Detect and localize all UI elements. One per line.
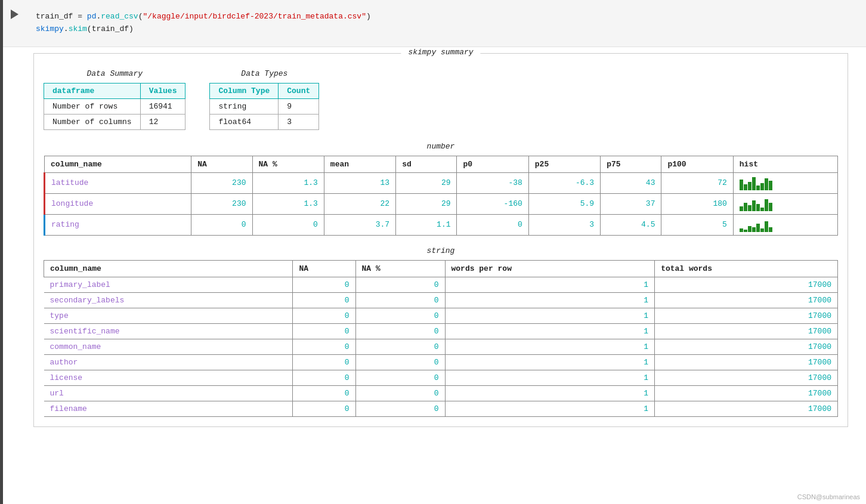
- run-button[interactable]: [0, 7, 29, 19]
- ds-header-col1: dataframe: [44, 83, 141, 98]
- dt-header-col1: Column Type: [210, 83, 279, 98]
- num-cell: 5: [661, 214, 733, 235]
- str-na: 0: [293, 401, 355, 416]
- code-pd: pd: [87, 12, 97, 21]
- dt-row2-col1: float64: [210, 114, 279, 129]
- string-section-title: string: [44, 246, 838, 255]
- str-na: 0: [293, 354, 355, 370]
- string-table: column_name NA NA % words per row total …: [44, 260, 838, 417]
- str-wpr: 1: [445, 292, 655, 308]
- str-th-colname: column_name: [44, 260, 293, 277]
- num-cell: 13: [324, 172, 395, 193]
- data-types-table: Column Type Count string 9 float64: [209, 83, 319, 130]
- hist-bar: [760, 208, 764, 211]
- num-cell: -38: [457, 172, 528, 193]
- hist-bar: [760, 183, 764, 190]
- str-wpr: 1: [445, 339, 655, 354]
- table-row: scientific_name00117000: [44, 323, 838, 339]
- str-th-na: NA: [293, 260, 355, 277]
- str-na-pct: 0: [355, 323, 445, 339]
- num-cell: 0: [252, 214, 324, 235]
- table-row: author00117000: [44, 354, 838, 370]
- num-cell: 0: [191, 214, 252, 235]
- num-cell: 72: [661, 172, 733, 193]
- str-tw: 17000: [655, 323, 838, 339]
- str-na-pct: 0: [355, 292, 445, 308]
- num-th-mean: mean: [324, 156, 395, 172]
- num-th-colname: column_name: [45, 156, 191, 172]
- number-section-title: number: [44, 142, 838, 151]
- num-col-name: rating: [45, 214, 191, 235]
- num-th-p25: p25: [528, 156, 600, 172]
- table-row: longitude2301.32229-1605.937180: [45, 193, 838, 214]
- str-na: 0: [293, 370, 355, 385]
- str-na: 0: [293, 292, 355, 308]
- str-tw: 17000: [655, 354, 838, 370]
- str-tw: 17000: [655, 292, 838, 308]
- str-th-napct: NA %: [355, 260, 445, 277]
- str-na-pct: 0: [355, 370, 445, 385]
- table-row: float64 3: [210, 114, 319, 129]
- num-cell: -6.3: [528, 172, 600, 193]
- dt-row1-col2: 9: [279, 98, 319, 114]
- str-wpr: 1: [445, 385, 655, 401]
- str-wpr: 1: [445, 308, 655, 323]
- table-row: Number of columns 12: [44, 114, 185, 129]
- left-border: [0, 0, 3, 504]
- str-na-pct: 0: [355, 401, 445, 416]
- num-cell: 230: [191, 193, 252, 214]
- skimpy-box: skimpy summary Data Summary dataframe Va…: [33, 53, 848, 427]
- hist-bar: [744, 184, 747, 190]
- run-icon[interactable]: [11, 10, 18, 19]
- str-na-pct: 0: [355, 385, 445, 401]
- num-th-p100: p100: [661, 156, 733, 172]
- data-summary-table: dataframe Values Number of rows 16941 Nu…: [44, 83, 185, 130]
- table-row: string 9: [210, 98, 319, 114]
- num-cell: 4.5: [601, 214, 661, 235]
- num-th-sd: sd: [396, 156, 457, 172]
- hist-bar: [752, 177, 756, 190]
- num-cell: 1.1: [396, 214, 457, 235]
- num-th-hist: hist: [733, 156, 837, 172]
- num-cell: 43: [601, 172, 661, 193]
- data-summary-title: Data Summary: [44, 69, 185, 78]
- num-cell: 0: [457, 214, 528, 235]
- data-types-title: Data Types: [209, 69, 319, 78]
- str-na-pct: 0: [355, 308, 445, 323]
- table-row: rating003.71.1034.55: [45, 214, 838, 235]
- hist-bar: [756, 185, 760, 190]
- number-table: column_name NA NA % mean sd p0 p25 p75 p…: [44, 156, 838, 236]
- num-cell: -160: [457, 193, 528, 214]
- num-cell: 37: [601, 193, 661, 214]
- hist-bar: [769, 181, 772, 190]
- code-skimpy: skimpy: [36, 24, 64, 33]
- table-row: secondary_labels00117000: [44, 292, 838, 308]
- str-na: 0: [293, 308, 355, 323]
- str-th-tw: total words: [655, 260, 838, 277]
- table-row: primary_label00117000: [44, 277, 838, 292]
- str-tw: 17000: [655, 370, 838, 385]
- str-wpr: 1: [445, 277, 655, 292]
- table-row: common_name00117000: [44, 339, 838, 354]
- output-area: skimpy summary Data Summary dataframe Va…: [0, 47, 866, 439]
- str-tw: 17000: [655, 308, 838, 323]
- num-th-napct: NA %: [252, 156, 324, 172]
- num-cell: 22: [324, 193, 395, 214]
- hist-bar: [756, 204, 760, 211]
- dt-header-col2: Count: [279, 83, 319, 98]
- ds-row1-col2: 16941: [140, 98, 185, 114]
- hist-cell: [733, 193, 837, 214]
- hist-bar: [760, 228, 764, 232]
- code-line-2: skimpy.skim(train_df): [36, 23, 859, 36]
- ds-header-col2: Values: [140, 83, 185, 98]
- num-cell: 29: [396, 193, 457, 214]
- skimpy-title: skimpy summary: [401, 48, 480, 57]
- watermark: CSDN@submarineas: [797, 493, 860, 500]
- hist-bar: [748, 182, 751, 190]
- hist-bar: [744, 230, 747, 232]
- code-train-df: train_df: [36, 12, 73, 21]
- code-filepath: "/kaggle/input/birdclef-2023/train_metad…: [143, 12, 366, 21]
- str-col-name: type: [44, 308, 293, 323]
- str-tw: 17000: [655, 385, 838, 401]
- hist-bar: [769, 227, 772, 232]
